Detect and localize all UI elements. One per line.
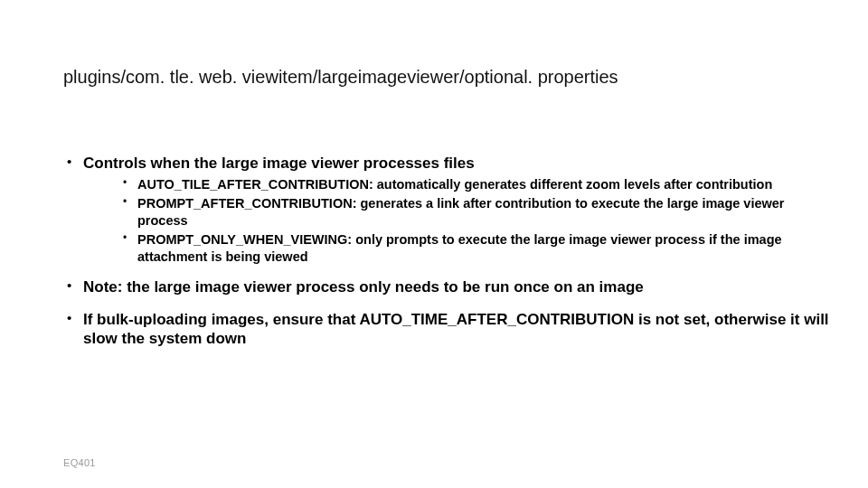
- slide-title: plugins/com. tle. web. viewitem/largeima…: [63, 67, 618, 88]
- footer-code: EQ401: [63, 457, 96, 468]
- slide-body: Controls when the large image viewer pro…: [63, 154, 832, 361]
- bullet-bulk-upload: If bulk-uploading images, ensure that AU…: [63, 310, 832, 349]
- sub-bullet-prompt-after: PROMPT_AFTER_CONTRIBUTION: generates a l…: [121, 195, 832, 230]
- sub-bullet-auto-tile: AUTO_TILE_AFTER_CONTRIBUTION: automatica…: [121, 176, 832, 193]
- sub-bullet-list: AUTO_TILE_AFTER_CONTRIBUTION: automatica…: [83, 176, 832, 265]
- bullet-controls-text: Controls when the large image viewer pro…: [83, 155, 475, 172]
- bullet-controls: Controls when the large image viewer pro…: [63, 154, 832, 265]
- bullet-note: Note: the large image viewer process onl…: [63, 277, 832, 296]
- sub-bullet-prompt-viewing: PROMPT_ONLY_WHEN_VIEWING: only prompts t…: [121, 231, 832, 266]
- slide: plugins/com. tle. web. viewitem/largeima…: [0, 0, 868, 488]
- bullet-list: Controls when the large image viewer pro…: [63, 154, 832, 348]
